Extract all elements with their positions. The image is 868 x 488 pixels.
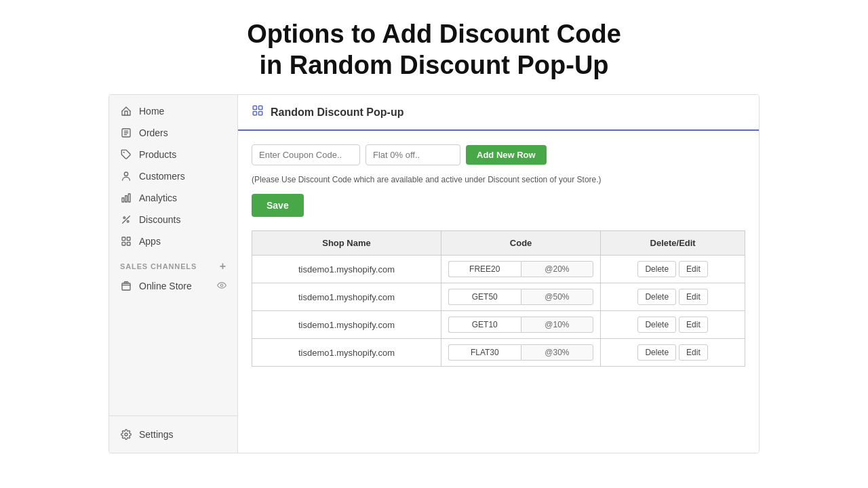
add-new-row-button[interactable]: Add New Row — [466, 145, 547, 165]
delete-button[interactable]: Delete — [637, 289, 676, 305]
table-row: tisdemo1.myshopify.com GET10 @10% Delete… — [252, 311, 745, 339]
sales-channels-label: SALES CHANNELS — [120, 262, 197, 270]
table-row: tisdemo1.myshopify.com FREE20 @20% Delet… — [252, 256, 745, 283]
table-cell-actions: Delete Edit — [601, 256, 745, 283]
svg-point-7 — [127, 221, 129, 223]
table-cell-code: FREE20 @20% — [441, 256, 600, 283]
svg-rect-10 — [122, 243, 125, 246]
table-header-code: Code — [441, 231, 600, 256]
code-value: FREE20 — [448, 261, 521, 277]
sidebar-item-products-label: Products — [139, 149, 176, 160]
coupon-code-input[interactable] — [252, 144, 360, 165]
table-cell-code: GET10 @10% — [441, 311, 600, 339]
delete-button[interactable]: Delete — [637, 344, 676, 361]
apps-icon — [120, 235, 132, 247]
hero-title-line1: Options to Add Discount Code — [247, 20, 621, 48]
delete-button[interactable]: Delete — [637, 317, 676, 333]
sidebar-item-online-store[interactable]: Online Store — [109, 275, 237, 297]
edit-button[interactable]: Edit — [679, 344, 708, 361]
edit-button[interactable]: Edit — [679, 261, 708, 277]
sales-channels-section: SALES CHANNELS + — [109, 252, 237, 275]
svg-point-6 — [123, 217, 125, 219]
add-sales-channel-icon[interactable]: + — [220, 260, 226, 272]
online-store-icon — [120, 280, 132, 292]
delete-button[interactable]: Delete — [637, 261, 676, 277]
code-percent: @30% — [521, 344, 594, 361]
discount-percent-input[interactable] — [366, 144, 460, 165]
svg-rect-16 — [259, 106, 262, 109]
table-cell-code: FLAT30 @30% — [441, 339, 600, 367]
customers-icon — [120, 170, 132, 182]
svg-rect-3 — [122, 198, 124, 202]
main-content: Random Discount Pop-up Add New Row (Plea… — [238, 95, 759, 453]
hero-title-line2: in Random Discount Pop-Up — [259, 51, 608, 79]
sidebar-item-apps[interactable]: Apps — [109, 230, 237, 252]
code-value: GET10 — [448, 317, 521, 333]
table-cell-shop-name: tisdemo1.myshopify.com — [252, 339, 441, 367]
table-cell-actions: Delete Edit — [601, 283, 745, 311]
sidebar-item-apps-label: Apps — [139, 236, 161, 247]
svg-rect-8 — [122, 237, 125, 241]
sidebar-item-analytics[interactable]: Analytics — [109, 187, 237, 209]
table-cell-shop-name: tisdemo1.myshopify.com — [252, 283, 441, 311]
main-layout: Home Orders Products — [108, 94, 760, 453]
svg-rect-11 — [127, 243, 130, 246]
input-row: Add New Row — [252, 144, 745, 165]
sidebar: Home Orders Products — [109, 95, 238, 453]
table-row: tisdemo1.myshopify.com GET50 @50% Delete… — [252, 283, 745, 311]
sidebar-item-customers-label: Customers — [139, 171, 185, 182]
online-store-label: Online Store — [139, 281, 192, 291]
sidebar-item-customers[interactable]: Customers — [109, 165, 237, 187]
table-cell-actions: Delete Edit — [601, 311, 745, 339]
sidebar-nav: Home Orders Products — [109, 95, 237, 415]
sidebar-item-home-label: Home — [139, 106, 164, 117]
code-value: FLAT30 — [448, 344, 521, 361]
discounts-icon — [120, 214, 132, 226]
sidebar-item-settings[interactable]: Settings — [120, 424, 226, 445]
sidebar-item-products[interactable]: Products — [109, 144, 237, 165]
svg-rect-18 — [259, 112, 262, 115]
home-icon — [120, 105, 132, 117]
sidebar-item-discounts[interactable]: Discounts — [109, 209, 237, 230]
content-header-icon — [252, 104, 264, 120]
svg-rect-12 — [122, 283, 130, 290]
table-cell-actions: Delete Edit — [601, 339, 745, 367]
table-cell-code: GET50 @50% — [441, 283, 600, 311]
page-wrapper: Options to Add Discount Code in Random D… — [0, 0, 868, 488]
sidebar-item-orders[interactable]: Orders — [109, 122, 237, 144]
orders-icon — [120, 127, 132, 139]
table-header-shop-name: Shop Name — [252, 231, 441, 256]
code-percent: @10% — [521, 317, 594, 333]
svg-rect-5 — [128, 194, 130, 202]
sidebar-item-home[interactable]: Home — [109, 100, 237, 122]
table-cell-shop-name: tisdemo1.myshopify.com — [252, 311, 441, 339]
svg-rect-15 — [253, 106, 256, 109]
table-row: tisdemo1.myshopify.com FLAT30 @30% Delet… — [252, 339, 745, 367]
code-percent: @20% — [521, 261, 594, 277]
edit-button[interactable]: Edit — [679, 317, 708, 333]
svg-rect-4 — [125, 196, 127, 202]
code-percent: @50% — [521, 289, 594, 305]
sidebar-item-analytics-label: Analytics — [139, 192, 177, 203]
content-header: Random Discount Pop-up — [238, 95, 759, 131]
sidebar-bottom: Settings — [109, 415, 237, 453]
hero-title: Options to Add Discount Code in Random D… — [0, 0, 868, 94]
sidebar-item-orders-label: Orders — [139, 127, 168, 138]
svg-rect-9 — [127, 237, 130, 241]
svg-point-1 — [123, 152, 125, 153]
products-icon — [120, 148, 132, 161]
notice-text: (Please Use Discount Code which are avai… — [252, 175, 745, 184]
svg-point-13 — [220, 284, 223, 287]
analytics-icon — [120, 192, 132, 204]
settings-icon — [120, 428, 132, 441]
settings-label: Settings — [139, 429, 174, 440]
edit-button[interactable]: Edit — [679, 289, 708, 305]
eye-icon[interactable] — [217, 281, 226, 292]
content-body: Add New Row (Please Use Discount Code wh… — [238, 131, 759, 380]
code-value: GET50 — [448, 289, 521, 305]
save-button[interactable]: Save — [252, 194, 304, 217]
svg-point-14 — [125, 433, 127, 436]
table-header-delete-edit: Delete/Edit — [601, 231, 745, 256]
svg-rect-17 — [253, 112, 256, 115]
sidebar-item-discounts-label: Discounts — [139, 214, 180, 225]
